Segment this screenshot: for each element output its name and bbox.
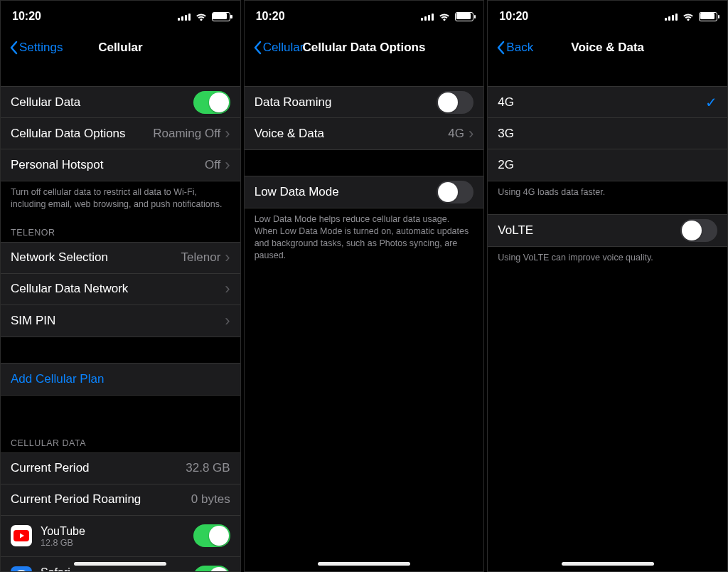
row-label: Network Selection — [11, 250, 181, 265]
chevron-right-icon: › — [225, 250, 230, 265]
toggle-app-safari[interactable] — [193, 566, 230, 571]
row-cellular-data-network[interactable]: Cellular Data Network › — [1, 274, 240, 305]
status-indicators — [665, 12, 717, 21]
page-title: Voice & Data — [571, 41, 644, 55]
chevron-right-icon: › — [225, 281, 230, 297]
section-note: Low Data Mode helps reduce cellular data… — [245, 208, 484, 265]
row-label: Add Cellular Plan — [11, 372, 230, 386]
row-add-cellular-plan[interactable]: Add Cellular Plan — [1, 364, 240, 395]
app-name: Safari — [41, 566, 185, 571]
toggle-data-roaming[interactable] — [437, 91, 473, 114]
row-label: 4G — [498, 95, 705, 110]
status-time: 10:20 — [12, 10, 41, 23]
wifi-icon — [195, 12, 208, 21]
home-indicator[interactable] — [318, 562, 410, 566]
page-title: Cellular Data Options — [303, 41, 426, 55]
chevron-left-icon — [9, 41, 18, 55]
row-option-4g[interactable]: 4G ✓ — [488, 87, 727, 118]
screen-cellular-data-options: 10:20 Cellular Cellular Data Options Dat… — [244, 0, 485, 572]
row-label: Current Period Roaming — [11, 492, 191, 507]
content-scroll[interactable]: Data Roaming Voice & Data 4G › Low Data … — [245, 63, 484, 571]
toggle-app-youtube[interactable] — [193, 524, 230, 547]
row-option-2g[interactable]: 2G — [488, 149, 727, 181]
row-label: Cellular Data — [11, 95, 193, 110]
row-label: Personal Hotspot — [11, 158, 205, 172]
back-button[interactable]: Back — [492, 32, 537, 63]
row-value: Roaming Off — [153, 127, 220, 141]
toggle-low-data-mode[interactable] — [437, 181, 473, 203]
row-label: Low Data Mode — [255, 185, 437, 199]
row-value: 0 bytes — [191, 492, 230, 507]
row-label: 3G — [498, 127, 717, 141]
row-value: 32.8 GB — [186, 461, 230, 475]
row-cellular-data[interactable]: Cellular Data — [1, 87, 240, 118]
wifi-icon — [682, 12, 695, 21]
section-header-carrier: TELENOR — [1, 213, 240, 242]
row-volte[interactable]: VoLTE — [488, 215, 727, 246]
status-bar: 10:20 — [488, 1, 727, 32]
row-voice-and-data[interactable]: Voice & Data 4G › — [245, 118, 484, 149]
nav-bar: Back Voice & Data — [488, 32, 727, 63]
back-label: Settings — [19, 41, 63, 55]
screen-voice-and-data: 10:20 Back Voice & Data 4G ✓ — [487, 0, 728, 572]
status-bar: 10:20 — [1, 1, 240, 32]
status-bar: 10:20 — [245, 1, 484, 32]
wifi-icon — [438, 12, 451, 21]
row-label: Voice & Data — [255, 127, 449, 141]
home-indicator[interactable] — [74, 562, 166, 566]
signal-icon — [665, 12, 678, 21]
row-value: 4G — [448, 127, 464, 141]
chevron-left-icon — [496, 41, 505, 55]
row-label: VoLTE — [498, 223, 680, 238]
app-usage: 12.8 GB — [41, 538, 185, 548]
svg-point-1 — [14, 570, 28, 571]
row-label: Data Roaming — [255, 95, 437, 110]
content-scroll[interactable]: Cellular Data Cellular Data Options Roam… — [1, 63, 240, 571]
row-value: Telenor — [181, 250, 221, 265]
app-name: YouTube — [41, 524, 185, 538]
row-cellular-data-options[interactable]: Cellular Data Options Roaming Off › — [1, 118, 240, 149]
battery-icon — [455, 12, 473, 21]
status-time: 10:20 — [256, 10, 285, 23]
status-indicators — [421, 12, 473, 21]
app-row-youtube[interactable]: YouTube 12.8 GB — [1, 516, 240, 557]
row-label: Current Period — [11, 461, 186, 475]
row-network-selection[interactable]: Network Selection Telenor › — [1, 243, 240, 274]
status-indicators — [178, 12, 230, 21]
youtube-icon — [11, 525, 32, 546]
row-data-roaming[interactable]: Data Roaming — [245, 87, 484, 118]
row-option-3g[interactable]: 3G — [488, 118, 727, 149]
section-header-usage: CELLULAR DATA — [1, 396, 240, 452]
section-note: Using VoLTE can improve voice quality. — [488, 247, 727, 267]
section-note: Turn off cellular data to restrict all d… — [1, 181, 240, 213]
toggle-cellular-data[interactable] — [193, 91, 230, 114]
row-label: Cellular Data Network — [11, 282, 225, 296]
nav-bar: Settings Cellular — [1, 32, 240, 63]
page-title: Cellular — [98, 41, 142, 55]
checkmark-icon: ✓ — [705, 94, 717, 111]
chevron-left-icon — [253, 41, 262, 55]
back-button[interactable]: Cellular — [249, 32, 309, 63]
chevron-right-icon: › — [469, 126, 473, 142]
toggle-volte[interactable] — [680, 219, 717, 242]
row-personal-hotspot[interactable]: Personal Hotspot Off › — [1, 149, 240, 181]
row-label: Cellular Data Options — [11, 127, 153, 141]
chevron-right-icon: › — [225, 157, 230, 173]
row-sim-pin[interactable]: SIM PIN › — [1, 305, 240, 337]
chevron-right-icon: › — [225, 313, 230, 329]
row-label: 2G — [498, 158, 717, 172]
signal-icon — [178, 12, 191, 21]
screen-cellular: 10:20 Settings Cellular Cellular Data — [0, 0, 241, 572]
row-current-period: Current Period 32.8 GB — [1, 453, 240, 484]
nav-bar: Cellular Cellular Data Options — [245, 32, 484, 63]
row-low-data-mode[interactable]: Low Data Mode — [245, 176, 484, 208]
back-button[interactable]: Settings — [5, 32, 67, 63]
content-scroll[interactable]: 4G ✓ 3G 2G Using 4G loads data faster. V… — [488, 63, 727, 571]
row-value: Off — [205, 158, 220, 172]
row-label: SIM PIN — [11, 314, 225, 328]
signal-icon — [421, 12, 434, 21]
safari-icon — [11, 566, 32, 571]
status-time: 10:20 — [499, 10, 528, 23]
home-indicator[interactable] — [562, 562, 654, 566]
row-current-period-roaming: Current Period Roaming 0 bytes — [1, 484, 240, 516]
